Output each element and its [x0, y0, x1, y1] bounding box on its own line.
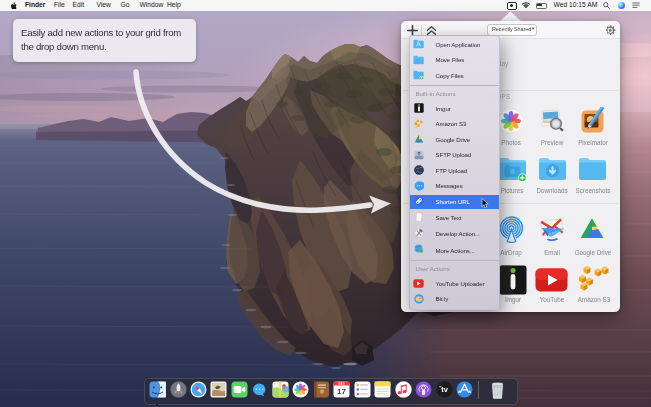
svg-text:17: 17 [337, 387, 346, 396]
svg-text:tv: tv [441, 385, 448, 394]
svg-text:WED: WED [338, 382, 345, 386]
